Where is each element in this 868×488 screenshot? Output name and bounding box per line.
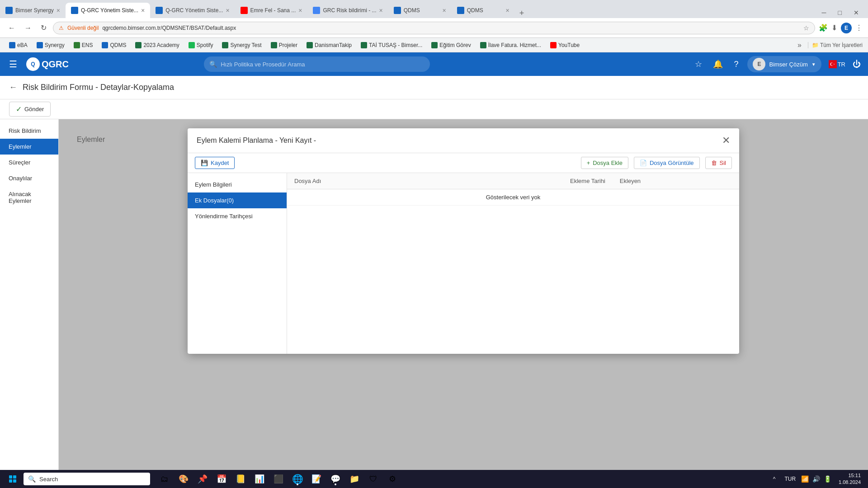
bookmark-danisman-favicon [307,42,313,48]
tab-6[interactable]: QDMS × [388,3,452,18]
start-button[interactable] [4,472,22,486]
close-button[interactable]: ✕ [848,7,864,18]
tab-6-close[interactable]: × [442,7,446,14]
minimize-button[interactable]: ─ [816,7,832,18]
sidebar: Risk Bildirim Eylemler Süreçler Onaylıla… [0,119,59,470]
bell-icon[interactable]: 🔔 [711,57,725,71]
taskbar-app-pin[interactable]: 📌 [193,472,212,486]
taskbar-app-excel[interactable]: 📊 [250,472,269,486]
bookmark-spotify[interactable]: Spotify [185,41,217,50]
star-icon[interactable]: ☆ [803,24,809,32]
logo-text: QGRC [42,59,69,70]
save-button[interactable]: 💾 Kaydet [195,157,235,169]
tab-4[interactable]: Emre Fel - Sana ... × [235,3,308,18]
taskbar-app-file-explorer[interactable]: 🗂 [156,472,174,486]
back-nav-button[interactable]: ← [5,22,18,34]
tab-7-close[interactable]: × [505,7,509,14]
taskbar-search-bar[interactable]: 🔍 Search [24,473,150,485]
modal-tab-ek-dosyalar[interactable]: Ek Dosyalar(0) [188,192,287,208]
taskbar-clock[interactable]: 15:11 1.08.2024 [835,472,864,486]
taskbar-app-settings[interactable]: ⚙ [383,472,401,486]
add-file-button[interactable]: + Dosya Ekle [581,157,628,169]
save-label: Kaydet [211,160,229,166]
tab-7[interactable]: QDMS × [452,3,515,18]
user-badge[interactable]: E Bimser Çözüm ▼ [747,56,821,72]
add-file-label: Dosya Ekle [593,160,623,166]
maximize-button[interactable]: □ [833,7,847,18]
sidebar-item-onaycilar[interactable]: Onaylılar [0,170,58,186]
hamburger-menu-button[interactable]: ☰ [7,57,19,71]
file-explorer-icon: 🗂 [160,474,169,484]
taskbar-app-6[interactable]: ⬛ [269,472,288,486]
bookmark-ens[interactable]: ENS [70,41,97,50]
delete-button[interactable]: 🗑 Sil [705,157,732,169]
send-button[interactable]: ✓ Gönder [9,102,51,117]
sidebar-item-risk-bildirim[interactable]: Risk Bildirim [0,123,58,139]
bookmark-tai[interactable]: TAİ TUSAŞ - Bimser... [357,41,426,50]
sidebar-item-surecler[interactable]: Süreçler [0,155,58,170]
tab-3-close[interactable]: × [226,7,229,14]
power-button[interactable]: ⏻ [853,60,861,69]
view-file-button[interactable]: 📄 Dosya Görüntüle [634,157,700,169]
bookmark-academy[interactable]: 2023 Academy [132,41,183,50]
global-search-bar[interactable]: 🔍 [204,56,430,72]
bookmark-qdms[interactable]: QDMS [98,41,130,50]
profile-icon[interactable]: E [841,23,852,33]
taskbar-app-folders[interactable]: 📁 [345,472,363,486]
sidebar-item-eylemler[interactable]: Eylemler [0,139,58,155]
tab-5-title: GRC Risk bildirimi - ... [323,7,376,14]
taskbar-app-teams[interactable]: 💬 [326,472,344,486]
table-scroll-area[interactable]: Dosya Adı Ekleme Tarihi Ekleyen Gösteril… [287,173,739,206]
page-back-button[interactable]: ← [9,83,17,92]
sidebar-surecler-label: Süreçler [9,159,30,166]
global-search-input[interactable] [221,61,425,68]
sidebar-item-alinacak-eylemler[interactable]: Alınacak Eylemler [0,186,58,209]
bookmark-projeler[interactable]: Projeler [267,41,301,50]
menu-icon[interactable]: ⋮ [855,23,863,32]
bookmark-eba-favicon [9,42,15,48]
bookmark-egitim[interactable]: Eğitim Görev [428,41,474,50]
forward-nav-button[interactable]: → [22,22,34,34]
address-text[interactable]: qgrcdemo.bimser.com.tr/QDMSNET/BSAT/Defa… [102,25,800,31]
bookmark-spotify-favicon [189,42,195,48]
delete-label: Sil [720,160,726,166]
taskbar-app-calendar[interactable]: 📅 [212,472,231,486]
bookmark-ilave[interactable]: İlave Fatura. Hizmet... [476,41,545,50]
tab-1[interactable]: Bimser Synergy × [0,3,66,18]
modal-close-button[interactable]: ✕ [722,135,730,146]
taskbar-app-security[interactable]: 🛡 [364,472,382,486]
language-button[interactable]: TR [829,60,845,68]
taskbar-app-word[interactable]: 📝 [307,472,326,486]
taskbar-app-paint[interactable]: 🎨 [175,472,193,486]
bookmarks-more-button[interactable]: » [795,40,804,50]
taskbar-app-chrome[interactable]: 🌐 [288,472,307,486]
modal-tab-eylem-label: Eylem Bilgileri [195,181,232,188]
tab-4-close[interactable]: × [298,7,302,14]
tab-5[interactable]: GRC Risk bildirimi - ... × [307,3,388,18]
tab-5-close[interactable]: × [379,7,382,14]
bookmark-synergy-test[interactable]: Synergy Test [218,41,265,50]
volume-icon: 🔊 [812,475,820,483]
tab-3[interactable]: Q-GRC Yönetim Siste... × [150,3,235,18]
extension-icon[interactable]: 🧩 [819,23,828,32]
modal-toolbar-right: + Dosya Ekle 📄 Dosya Görüntüle 🗑 Sil [581,157,732,169]
help-icon[interactable]: ? [732,58,740,71]
bookmark-youtube[interactable]: YouTube [547,41,583,50]
bookmark-synergy[interactable]: Synergy [33,41,68,50]
star-action-icon[interactable]: ☆ [693,57,704,71]
bookmark-danisman[interactable]: DanismanTakip [303,41,355,50]
bookmark-eba[interactable]: eBA [5,41,31,50]
tab-1-close[interactable]: × [57,7,60,14]
tab-2[interactable]: Q-GRC Yönetim Siste... × [66,3,150,18]
reload-button[interactable]: ↻ [38,22,49,34]
logo-circle: Q [26,57,40,71]
bookmarks-folder[interactable]: 📁 Tüm Yer İşaretleri [808,42,863,48]
modal-tab-eylem-bilgileri[interactable]: Eylem Bilgileri [188,177,287,192]
modal-tab-yonlendirme[interactable]: Yönlendirme Tarihçesi [188,208,287,224]
download-icon[interactable]: ⬇ [831,23,837,32]
tab-2-close[interactable]: × [141,7,145,14]
page-title: Risk Bildirim Formu - Detaylar-Kopyalama [23,83,174,92]
chevron-up-icon[interactable]: ^ [773,476,776,482]
taskbar-app-onenote[interactable]: 📒 [231,472,250,486]
new-tab-button[interactable]: + [515,9,529,18]
